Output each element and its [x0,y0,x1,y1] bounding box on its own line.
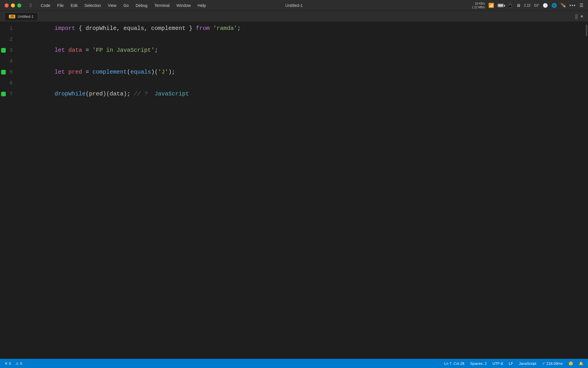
breakpoint-dot-5 [1,70,6,74]
line-number-2: 2 [7,34,18,45]
error-icon: ✕ [5,361,8,366]
error-count-label: 0 [9,361,11,366]
code-content-7: dropWhile(pred)(data); // ? JavaScript [18,78,189,110]
window-title: Untitled-1 [285,3,303,8]
breakpoint-2[interactable] [0,34,7,45]
indent-info[interactable]: Spaces: 2 [470,361,487,366]
error-count[interactable]: ✕ 0 [5,361,11,366]
breakpoint-3[interactable] [0,45,7,56]
menu-code[interactable]: Code [38,3,53,8]
breakpoint-dot-7 [1,92,6,96]
code-line-7: 7 dropWhile(pred)(data); // ? JavaScript [0,89,585,99]
menu-help[interactable]: Help [195,3,209,8]
eol-label: LF [509,361,513,366]
titlebar:  Code File Edit Selection View Go Debug… [0,0,588,11]
bell-icon: 🔔 [579,361,583,366]
titlebar-right: 18 KB/s 1.22 MB/s 📶 📱 🖥 2.22 53° 🕒 🌐 🪶 •… [472,2,583,9]
language-label: JavaScript [519,361,536,366]
smiley-icon[interactable]: 🙂 [568,361,573,366]
menu-file[interactable]: File [54,3,67,8]
traffic-lights [5,3,21,7]
language-info[interactable]: JavaScript [519,361,536,366]
code-editor-area[interactable]: 1 import { dropWhile, equals, complement… [0,22,585,359]
code-line-1: 1 import { dropWhile, equals, complement… [0,23,585,34]
titlebar-left:  Code File Edit Selection View Go Debug… [5,2,209,9]
warning-icon: ⚠ [16,361,19,366]
network-status: 18 KB/s 1.22 MB/s [472,2,485,9]
menu-edit[interactable]: Edit [68,3,80,8]
indent-label: Spaces: 2 [470,361,487,366]
menu-debug[interactable]: Debug [133,3,150,8]
breakpoint-4[interactable] [0,56,7,67]
menu-terminal[interactable]: Terminal [152,3,173,8]
feather-icon: 🪶 [560,3,566,8]
menu-bar:  Code File Edit Selection View Go Debug… [27,2,209,9]
editor: 1 import { dropWhile, equals, complement… [0,22,588,359]
line-number-7: 7 [7,89,18,99]
cursor-position[interactable]: Ln 7, Col 28 [444,361,464,366]
notification-icon[interactable]: 🔔 [579,361,583,366]
cursor-position-label: Ln 7, Col 28 [444,361,464,366]
breakpoint-6[interactable] [0,78,7,89]
menu-go[interactable]: Go [121,3,132,8]
code-line-3: 3 let data = 'FP in JavaScript'; [0,45,585,56]
encoding-label: UTF-8 [492,361,503,366]
menu-view[interactable]: View [105,3,119,8]
warning-count-label: 0 [20,361,22,366]
close-button[interactable] [5,3,9,7]
timing-info: ✓ 218.09ms [542,361,563,366]
breakpoint-dot-3 [1,48,6,53]
line-number-1: 1 [7,23,18,34]
battery-icon [498,3,504,7]
scrollbar-thumb[interactable] [586,25,587,36]
monitor-icon: 🖥 [516,3,521,8]
list-icon[interactable]: ☰ [579,3,583,8]
menu-window[interactable]: Window [174,3,194,8]
split-editor-icon[interactable]: ‖ [575,13,578,20]
line-number-6: 6 [7,78,18,89]
minimize-button[interactable] [11,3,15,7]
tab-right-icons: ‖ ● [575,13,583,20]
globe-icon: 🌐 [552,3,557,8]
breakpoint-7[interactable] [0,89,7,99]
statusbar: ✕ 0 ⚠ 0 Ln 7, Col 28 Spaces: 2 UTF-8 LF … [0,359,588,368]
maximize-button[interactable] [17,3,21,7]
more-icon[interactable]: ••• [569,3,576,8]
tab-js-badge: JS [9,15,15,18]
encoding-info[interactable]: UTF-8 [492,361,503,366]
wifi-icon: 📶 [488,3,494,8]
phone-icon: 📱 [507,3,513,8]
line-number-4: 4 [7,56,18,67]
status-left: ✕ 0 ⚠ 0 [5,361,22,366]
clock-icon: 🕒 [543,3,548,8]
eol-info[interactable]: LF [509,361,513,366]
line-number-5: 5 [7,67,18,78]
breakpoint-5[interactable] [0,67,7,78]
status-circle-icon: ● [580,14,583,19]
breakpoint-1[interactable] [0,23,7,34]
timing-label: 218.09ms [546,361,563,366]
time-display: 2.22 [524,3,531,7]
apple-menu[interactable]:  [27,2,34,9]
code-line-5: 5 let pred = complement(equals)('J'); [0,67,585,78]
scrollbar[interactable] [585,22,588,359]
status-right: Ln 7, Col 28 Spaces: 2 UTF-8 LF JavaScri… [444,361,583,366]
face-icon: 🙂 [568,361,573,366]
check-mark: ✓ [542,361,545,366]
line-number-3: 3 [7,45,18,56]
temp-display: 53° [534,3,539,7]
menu-selection[interactable]: Selection [82,3,104,8]
warning-count[interactable]: ⚠ 0 [16,361,22,366]
